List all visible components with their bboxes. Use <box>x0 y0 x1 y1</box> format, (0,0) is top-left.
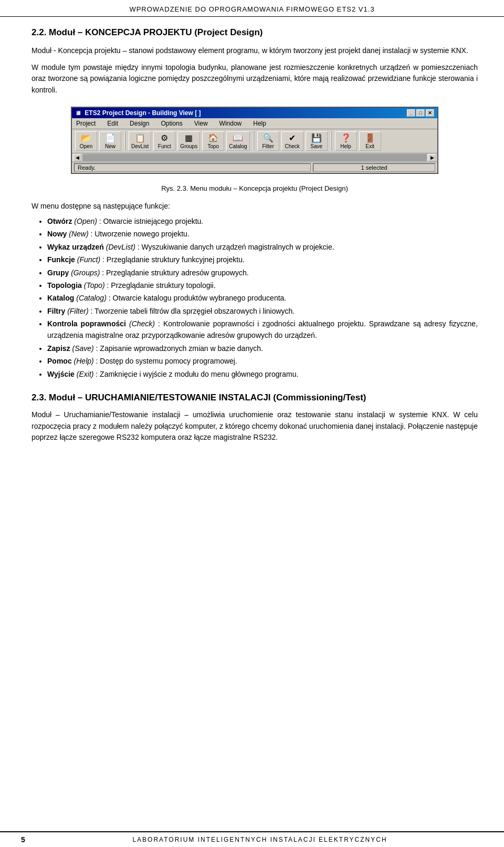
menu-view[interactable]: View <box>192 119 210 128</box>
term-nowy: Nowy <box>47 230 67 238</box>
close-button[interactable]: ✕ <box>426 109 434 117</box>
scroll-left-arrow[interactable]: ◀ <box>73 154 81 161</box>
section-2-2-para1: Moduł - Koncepcja projektu – stanowi pod… <box>32 45 478 57</box>
desc-devlist: : Wyszukiwanie danych urządzeń magistral… <box>138 243 334 251</box>
term-italic-new: (New) <box>69 230 88 238</box>
term-exit: Wyjście <box>47 370 75 378</box>
toolbar-help[interactable]: ❓ Help <box>335 131 357 151</box>
toolbar-filter[interactable]: 🔍 Filter <box>257 131 279 151</box>
toolbar-funct-label: Funct <box>158 143 171 149</box>
groups-icon: ▦ <box>185 133 193 143</box>
list-item: Grupy (Groups) : Przeglądanie struktury … <box>47 267 478 278</box>
footer-label: LABORATORIUM INTELIGENTNYCH INSTALACJI E… <box>37 836 483 843</box>
catalog-icon: 📖 <box>233 133 243 143</box>
menu-intro: W menu dostępne są następujące funkcje: <box>32 202 478 210</box>
menu-window[interactable]: Window <box>217 119 244 128</box>
menu-edit[interactable]: Edit <box>105 119 120 128</box>
toolbar-catalog[interactable]: 📖 Catalog <box>226 131 249 151</box>
list-item: Wyjście (Exit) : Zamknięcie i wyjście z … <box>47 368 478 380</box>
menu-options[interactable]: Options <box>159 119 184 128</box>
term-italic-funct: (Funct) <box>77 255 100 264</box>
toolbar-groups[interactable]: ▦ Groups <box>177 131 200 151</box>
toolbar-devlist-label: DevList <box>131 143 149 149</box>
filter-icon: 🔍 <box>263 133 274 143</box>
status-selected: 1 selected <box>313 163 435 172</box>
header-title: WPROWADZENIE DO OPROGRAMOWANIA FIRMOWEGO… <box>129 5 374 13</box>
toolbar-help-label: Help <box>340 143 351 149</box>
screenshot-toolbar: 📂 Open 📄 New 📋 DevList ⚙ Funct ▦ Groups <box>72 129 437 153</box>
term-italic-open: (Open) <box>74 217 97 225</box>
term-topo: Topologia <box>47 281 82 290</box>
minimize-button[interactable]: _ <box>407 109 415 117</box>
menu-project[interactable]: Project <box>74 119 98 128</box>
statusbar: Ready. 1 selected <box>72 162 437 173</box>
desc-catalog: : Otwarcie katalogu produktów wybranego … <box>109 294 287 302</box>
toolbar-new[interactable]: 📄 New <box>99 131 121 151</box>
horizontal-scrollbar: ◀ ▶ <box>72 153 437 162</box>
toolbar-topo[interactable]: 🏠 Topo <box>202 131 224 151</box>
term-italic-help: (Help) <box>74 357 94 365</box>
term-catalog: Katalog <box>47 294 74 302</box>
desc-new: : Utworzenie nowego projektu. <box>90 230 189 238</box>
term-groups: Grupy <box>47 268 69 277</box>
funct-icon: ⚙ <box>161 133 168 143</box>
toolbar-open[interactable]: 📂 Open <box>75 131 97 151</box>
screenshot-title: 🖥 ETS2 Project Design - Building View [ … <box>75 109 201 117</box>
list-item: Nowy (New) : Utworzenie nowego projektu. <box>47 228 478 240</box>
term-devlist: Wykaz urządzeń <box>47 243 104 251</box>
devlist-icon: 📋 <box>135 133 145 143</box>
desc-filter: : Tworzenie tabeli filtrów dla sprzęgieł… <box>90 307 295 315</box>
footer-page-number: 5 <box>21 835 37 844</box>
toolbar-devlist[interactable]: 📋 DevList <box>129 131 151 151</box>
scroll-right-arrow[interactable]: ▶ <box>428 154 436 161</box>
term-otwórz: Otwórz <box>47 217 72 225</box>
titlebar-buttons: _ □ ✕ <box>407 109 434 117</box>
term-check: Kontrola poprawności <box>47 319 126 328</box>
section-2-2-title: 2.2. Moduł – KONCEPCJA PROJEKTU (Project… <box>32 27 478 38</box>
term-filter: Filtry <box>47 307 65 315</box>
toolbar-filter-label: Filter <box>262 143 274 149</box>
term-funct: Funkcje <box>47 255 75 264</box>
desc-save: : Zapisanie wprowadzonych zmian w bazie … <box>96 344 263 353</box>
topo-icon: 🏠 <box>208 133 218 143</box>
help-icon: ❓ <box>341 133 351 143</box>
toolbar-check[interactable]: ✔ Check <box>281 131 303 151</box>
term-italic-catalog: (Catalog) <box>76 294 107 302</box>
term-italic-devlist: (DevList) <box>106 243 135 251</box>
desc-groups: : Przeglądanie struktury adresów grupowy… <box>102 268 248 277</box>
maximize-button[interactable]: □ <box>416 109 425 117</box>
page-header: WPROWADZENIE DO OPROGRAMOWANIA FIRMOWEGO… <box>0 0 504 17</box>
toolbar-funct[interactable]: ⚙ Funct <box>153 131 175 151</box>
status-ready: Ready. <box>74 163 311 172</box>
section-2-3-para1: Moduł – Uruchamianie/Testowanie instalac… <box>32 409 478 443</box>
main-content: 2.2. Moduł – KONCEPCJA PROJEKTU (Project… <box>0 17 504 459</box>
toolbar-check-label: Check <box>285 143 299 149</box>
toolbar-exit[interactable]: 🚪 Exit <box>359 131 381 151</box>
list-item: Katalog (Catalog) : Otwarcie katalogu pr… <box>47 292 478 304</box>
list-item: Filtry (Filter) : Tworzenie tabeli filtr… <box>47 305 478 317</box>
desc-help: : Dostęp do systemu pomocy programowej. <box>96 357 237 365</box>
toolbar-catalog-label: Catalog <box>229 143 247 149</box>
section-2-2-para2: W module tym powstaje między innymi topo… <box>32 62 478 96</box>
scroll-track[interactable] <box>82 154 427 161</box>
save-icon: 💾 <box>311 133 322 143</box>
list-item: Topologia (Topo) : Przeglądanie struktur… <box>47 280 478 291</box>
screenshot-box: 🖥 ETS2 Project Design - Building View [ … <box>71 107 438 174</box>
page-footer: 5 LABORATORIUM INTELIGENTNYCH INSTALACJI… <box>0 831 504 847</box>
desc-exit: : Zamknięcie i wyjście z modułu do menu … <box>96 370 298 378</box>
list-item: Pomoc (Help) : Dostęp do systemu pomocy … <box>47 355 478 367</box>
toolbar-separator-1 <box>124 131 125 150</box>
toolbar-open-label: Open <box>80 143 92 149</box>
section-2-3-title: 2.3. Moduł – URUCHAMIANIE/TESTOWANIE INS… <box>32 392 478 403</box>
menu-functions-list: Otwórz (Open) : Otwarcie istniejącego pr… <box>32 215 478 380</box>
desc-topo: : Przeglądanie struktury topologii. <box>107 281 216 290</box>
term-italic-exit: (Exit) <box>77 370 94 378</box>
toolbar-groups-label: Groups <box>180 143 197 149</box>
toolbar-save-label: Save <box>310 143 322 149</box>
toolbar-save[interactable]: 💾 Save <box>306 131 328 151</box>
menu-design[interactable]: Design <box>128 119 151 128</box>
toolbar-separator-2 <box>253 131 254 150</box>
term-italic-topo: (Topo) <box>84 281 105 290</box>
toolbar-exit-label: Exit <box>365 143 374 149</box>
menu-help[interactable]: Help <box>251 119 268 128</box>
